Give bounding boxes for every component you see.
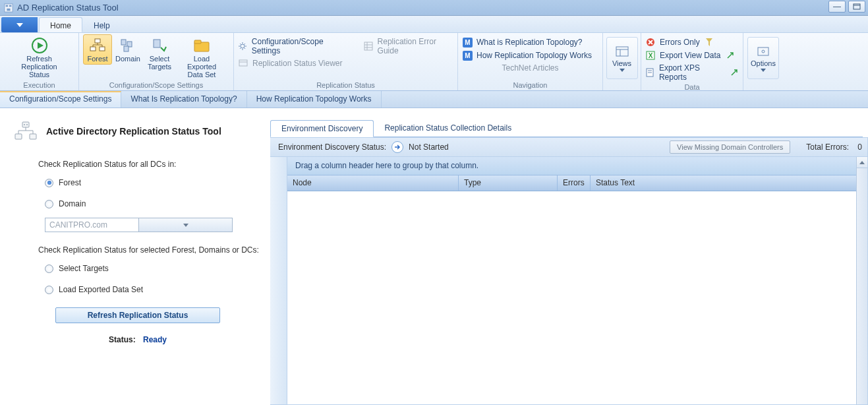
svg-rect-10 (90, 47, 96, 51)
load-exported-label-2: Data Set (188, 71, 216, 78)
radio-load-exported[interactable]: Load Exported Data Set (45, 285, 270, 294)
group-by-hint[interactable]: Drag a column header here to group by th… (287, 157, 867, 175)
filter-icon (704, 37, 714, 47)
col-type[interactable]: Type (459, 175, 558, 191)
radio-forest-label: Forest (59, 178, 81, 187)
radio-icon (45, 179, 53, 187)
status-label: Status: (109, 335, 136, 344)
refresh-replication-button[interactable]: Refresh Replication Status (55, 307, 220, 323)
tab-what-is-topology[interactable]: What Is Replication Topology? (121, 91, 246, 108)
group-config-label: Configuration/Scope Settings (83, 81, 229, 90)
radio-select-targets-label: Select Targets (59, 264, 109, 273)
what-is-topology-link[interactable]: M What is Replication Topology? (462, 36, 583, 49)
tab-how-topology-works[interactable]: How Replication Topology Works (247, 91, 382, 108)
discovery-status-bar: Environment Discovery Status: Not Starte… (270, 137, 868, 157)
svg-point-18 (241, 44, 245, 48)
svg-rect-15 (154, 40, 160, 47)
grid-gutter (270, 157, 287, 404)
radio-icon (45, 200, 53, 208)
export-view-button[interactable]: X Export View Data (645, 49, 736, 62)
config-panel: Active Directory Replication Status Tool… (0, 108, 270, 405)
tab-env-discovery[interactable]: Environment Discovery (270, 120, 374, 137)
svg-point-43 (762, 50, 765, 53)
combo-dropdown-button[interactable] (138, 218, 232, 232)
grid: Drag a column header here to group by th… (270, 157, 868, 405)
svg-rect-19 (364, 42, 372, 50)
error-icon (645, 37, 656, 47)
scroll-up-button[interactable] (857, 157, 867, 168)
select-targets-button[interactable]: Select Targets (144, 34, 175, 73)
export-arrow-icon (725, 50, 736, 61)
svg-rect-23 (239, 60, 247, 66)
svg-rect-4 (854, 4, 860, 9)
forest-icon (87, 36, 108, 55)
config-scope-link[interactable]: Configuration/Scope Settings (238, 36, 347, 57)
vertical-scrollbar[interactable] (856, 157, 867, 404)
folder-icon (191, 36, 212, 55)
forest-label: Forest (87, 55, 107, 63)
app-icon (4, 3, 13, 13)
tab-collection-details[interactable]: Replication Status Collection Details (374, 120, 522, 137)
export-xps-label: Export XPS Reports (659, 63, 725, 82)
radio-select-targets[interactable]: Select Targets (45, 264, 270, 273)
forest-button[interactable]: Forest (83, 34, 112, 65)
svg-marker-32 (620, 69, 625, 72)
chevron-down-icon (620, 69, 625, 72)
tab-config-scope[interactable]: Configuration/Scope Settings (0, 91, 121, 108)
svg-text:M: M (465, 39, 470, 46)
minimize-button[interactable]: — (828, 1, 846, 13)
error-guide-link: Replication Error Guide (364, 36, 453, 57)
radio-icon (45, 265, 53, 273)
views-label: Views (612, 59, 631, 67)
m-icon: M (462, 37, 473, 47)
radio-icon (45, 286, 53, 294)
how-topology-works-link[interactable]: M How Replication Topology Works (462, 49, 592, 62)
domain-combobox[interactable]: CANITPRO.com (45, 218, 233, 232)
workspace: Active Directory Replication Status Tool… (0, 108, 868, 405)
technet-label: TechNet Articles (502, 63, 558, 73)
errors-only-label: Errors Only (660, 38, 700, 47)
svg-rect-3 (7, 8, 10, 11)
check-selected-label: Check Replication Status for selected Fo… (38, 245, 270, 255)
svg-rect-45 (22, 122, 29, 127)
col-errors[interactable]: Errors (558, 175, 591, 191)
errors-only-button[interactable]: Errors Only (645, 36, 714, 49)
ribbon-tab-home[interactable]: Home (39, 17, 82, 32)
svg-rect-1 (6, 5, 9, 7)
m-icon: M (462, 50, 473, 61)
refresh-replication-status-button[interactable]: Refresh Replication Status (4, 34, 74, 80)
svg-marker-6 (16, 23, 23, 27)
check-all-label: Check Replication Status for all DCs in: (38, 160, 270, 169)
radio-load-exported-label: Load Exported Data Set (59, 285, 143, 294)
file-menu[interactable] (1, 17, 38, 32)
svg-rect-29 (616, 47, 628, 56)
svg-rect-11 (100, 47, 105, 51)
svg-rect-17 (194, 40, 201, 44)
chevron-down-icon (183, 224, 188, 227)
col-status-text[interactable]: Status Text (591, 175, 867, 191)
grid-body (287, 191, 867, 404)
options-dropdown[interactable]: Options (747, 37, 779, 79)
views-icon (613, 45, 631, 59)
svg-rect-12 (121, 40, 126, 45)
combo-value: CANITPRO.com (45, 220, 138, 230)
discovery-status-label: Environment Discovery Status: (278, 142, 386, 152)
ribbon-tab-help[interactable]: Help (82, 17, 121, 32)
domain-icon (117, 36, 138, 55)
export-xps-button[interactable]: Export XPS Reports (645, 62, 739, 83)
how-works-label: How Replication Topology Works (477, 51, 592, 60)
col-node[interactable]: Node (287, 175, 459, 191)
svg-marker-51 (859, 161, 865, 164)
technet-link: TechNet Articles (462, 62, 598, 74)
select-targets-label-2: Targets (148, 63, 171, 71)
window-title: AD Replication Status Tool (17, 3, 119, 13)
status-value: Ready (143, 335, 167, 344)
radio-domain[interactable]: Domain (45, 199, 270, 208)
total-errors-value: 0 (857, 142, 862, 152)
views-dropdown[interactable]: Views (606, 37, 638, 79)
radio-forest[interactable]: Forest (45, 178, 270, 187)
excel-icon: X (645, 50, 656, 61)
domain-button[interactable]: Domain (112, 34, 144, 65)
maximize-button[interactable] (848, 1, 865, 13)
load-exported-button[interactable]: Load Exported Data Set (175, 34, 228, 80)
